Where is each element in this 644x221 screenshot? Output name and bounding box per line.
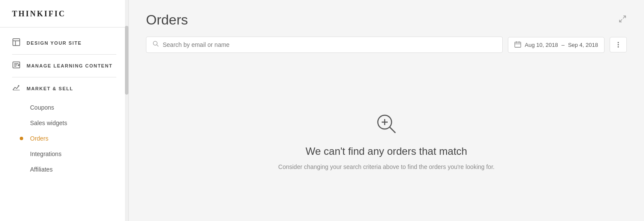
more-options-button[interactable]	[610, 37, 627, 52]
date-end: Sep 4, 2018	[568, 42, 598, 48]
sidebar-item-affiliates[interactable]: Affiliates	[0, 162, 128, 177]
date-range-button[interactable]: Aug 10, 2018 – Sep 4, 2018	[508, 37, 605, 53]
sidebar-item-market-and-sell[interactable]: MARKET & SELL	[0, 77, 128, 100]
search-box[interactable]	[146, 37, 503, 53]
toolbar: Aug 10, 2018 – Sep 4, 2018	[129, 37, 644, 61]
svg-line-9	[620, 19, 622, 22]
empty-state-title: We can't find any orders that match	[306, 145, 467, 157]
empty-state-subtitle: Consider changing your search criteria a…	[278, 163, 495, 170]
svg-line-20	[390, 127, 395, 133]
svg-rect-12	[515, 42, 521, 47]
expand-icon[interactable]	[618, 15, 627, 25]
sidebar-item-orders[interactable]: Orders	[0, 131, 128, 146]
calendar-icon	[514, 41, 521, 49]
sidebar-item-manage-learning-content[interactable]: MANAGE LEARNING CONTENT	[0, 55, 128, 77]
logo-area: THINKIFIC	[0, 0, 128, 28]
sidebar-item-coupons[interactable]: Coupons	[0, 100, 128, 115]
empty-search-icon	[375, 113, 398, 137]
scrollbar-track[interactable]	[125, 0, 128, 221]
sidebar: THINKIFIC DESIGN YOUR SITE	[0, 0, 129, 221]
search-input[interactable]	[163, 41, 496, 48]
sidebar-item-design-your-site[interactable]: DESIGN YOUR SITE	[0, 32, 128, 54]
edit-icon	[12, 61, 21, 71]
sidebar-item-sales-widgets[interactable]: Sales widgets	[0, 115, 128, 131]
main-content: Orders	[129, 0, 644, 221]
logo: THINKIFIC	[12, 9, 66, 18]
sidebar-item-label-market-and-sell: MARKET & SELL	[27, 86, 73, 91]
sidebar-item-integrations[interactable]: Integrations	[0, 146, 128, 162]
svg-point-16	[618, 42, 619, 43]
page-header: Orders	[129, 0, 644, 37]
svg-rect-7	[13, 90, 20, 90]
search-icon	[152, 40, 159, 49]
empty-state: We can't find any orders that match Cons…	[129, 61, 644, 221]
date-separator: –	[562, 42, 565, 48]
page-title: Orders	[146, 12, 188, 28]
sub-nav: Coupons Sales widgets Orders Integration…	[0, 100, 128, 177]
sidebar-item-label-design-your-site: DESIGN YOUR SITE	[27, 40, 82, 46]
svg-point-10	[153, 41, 157, 45]
svg-line-8	[623, 16, 626, 18]
date-start: Aug 10, 2018	[525, 42, 558, 48]
scrollbar-thumb[interactable]	[125, 26, 128, 95]
chart-icon	[12, 83, 21, 94]
svg-rect-0	[13, 39, 20, 46]
layout-icon	[12, 38, 21, 48]
svg-point-18	[618, 46, 619, 48]
svg-line-11	[157, 45, 158, 46]
svg-point-17	[618, 44, 619, 46]
nav-items: DESIGN YOUR SITE MANAGE LEARNING CONTENT	[0, 28, 128, 221]
sidebar-item-label-manage-learning-content: MANAGE LEARNING CONTENT	[27, 63, 112, 68]
